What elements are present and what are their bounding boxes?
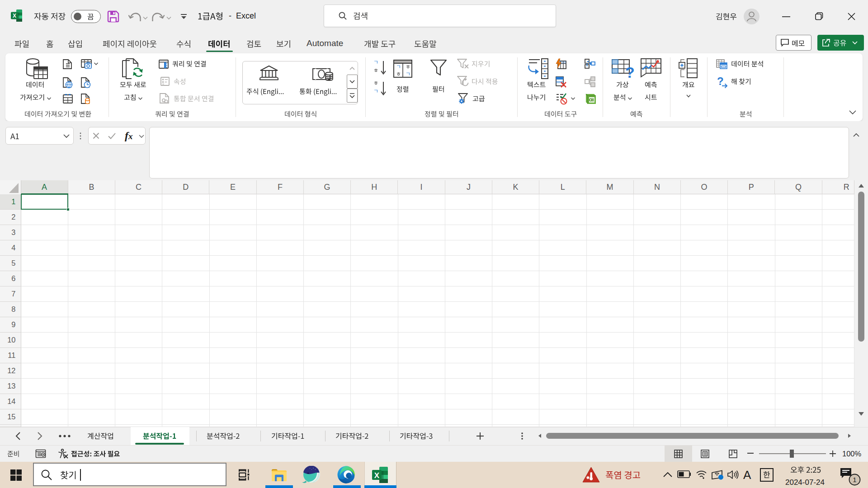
- svg-text:1: 1: [853, 476, 856, 483]
- svg-text:X: X: [374, 471, 380, 480]
- svg-text:X: X: [13, 13, 16, 19]
